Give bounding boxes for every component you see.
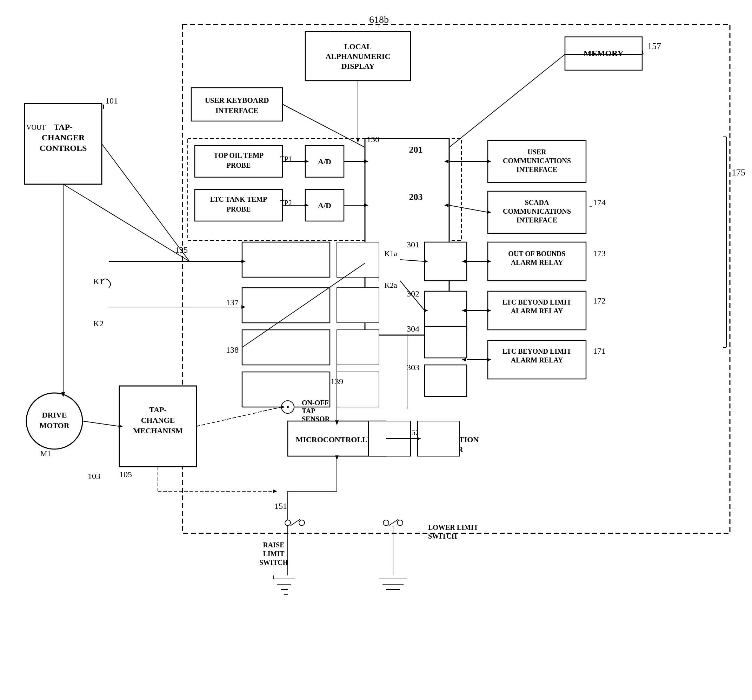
- tap-changer-label: TAP-: [54, 123, 73, 132]
- ref-150: 150: [367, 135, 379, 144]
- on-off-tap-label3: SENSOR: [302, 415, 330, 423]
- out-bounds-label: OUT OF BOUNDS: [508, 250, 565, 258]
- user-keyboard-label2: INTERFACE: [216, 106, 258, 115]
- svg-rect-45: [337, 330, 379, 365]
- k2-label: K2: [93, 319, 104, 328]
- ref-171: 171: [593, 346, 606, 355]
- svg-point-60: [285, 520, 291, 526]
- ltc-tank-probe-label2: PROBE: [227, 205, 251, 213]
- ltc-tank-probe-label: LTC TANK TEMP: [210, 196, 267, 203]
- tap-change-mech-label: TAP-: [149, 405, 167, 414]
- raise-limit-label: RAISE: [263, 541, 284, 549]
- user-comm-label3: INTERFACE: [517, 166, 557, 173]
- tap-changer-label3: CONTROLS: [40, 143, 87, 153]
- top-oil-probe-label: TOP OIL TEMP: [214, 152, 264, 159]
- ref-618b: 618b: [369, 14, 389, 25]
- ref-103: 103: [88, 472, 100, 481]
- local-display-label2: ALPHANUMERIC: [326, 52, 390, 61]
- user-comm-label: USER: [527, 148, 546, 156]
- svg-rect-44: [337, 288, 379, 323]
- tap-changer-label2: CHANGER: [42, 133, 85, 142]
- top-oil-probe-label2: PROBE: [227, 161, 251, 169]
- svg-rect-46: [337, 372, 379, 407]
- local-display-label: LOCAL: [344, 42, 371, 51]
- scada-comm-label3: INTERFACE: [517, 216, 557, 224]
- ltc-beyond1-label: LTC BEYOND LIMIT: [502, 298, 572, 306]
- svg-rect-43: [337, 242, 379, 277]
- ref-303: 303: [407, 363, 420, 372]
- drive-motor-label: DRIVE: [42, 411, 67, 419]
- ref-203: 203: [409, 192, 423, 202]
- ad1-label: A/D: [318, 157, 331, 166]
- svg-rect-35: [424, 242, 467, 281]
- k1a-label: K1a: [384, 249, 397, 258]
- svg-rect-38: [424, 365, 467, 396]
- ref-173: 173: [593, 249, 606, 258]
- ref-105: 105: [119, 470, 132, 479]
- ref-175: 175: [732, 168, 745, 177]
- vout-label: VOUT: [26, 124, 46, 131]
- microcontroller-label: MICROCONTROLLER: [296, 435, 379, 444]
- ltc-beyond2-label: LTC BEYOND LIMIT: [502, 348, 572, 355]
- ad2-label: A/D: [318, 201, 331, 210]
- ref-304: 304: [407, 324, 420, 333]
- svg-point-62: [299, 520, 305, 526]
- local-display-label3: DISPLAY: [342, 62, 375, 70]
- raise-limit-label2: LIMIT: [263, 550, 284, 557]
- svg-rect-41: [242, 330, 330, 365]
- diagram-container: 618b LOCAL ALPHANUMERIC DISPLAY USER KEY…: [0, 0, 752, 700]
- ref-174: 174: [593, 198, 606, 207]
- ltc-beyond1-label2: ALARM RELAY: [511, 307, 563, 315]
- k2a-label: K2a: [384, 281, 397, 289]
- svg-rect-37: [424, 326, 467, 358]
- ref-151: 151: [274, 501, 287, 511]
- ref-201: 201: [409, 144, 423, 155]
- raise-limit-label3: SWITCH: [259, 559, 289, 567]
- scada-comm-label: SCADA: [525, 199, 549, 206]
- ref-157: 157: [648, 41, 661, 51]
- ref-135: 135: [175, 245, 188, 255]
- memory-label: MEMORY: [584, 49, 623, 58]
- ref-138: 138: [226, 345, 239, 354]
- svg-rect-53: [418, 421, 460, 456]
- user-keyboard-label: USER KEYBOARD: [205, 96, 269, 104]
- out-bounds-label2: ALARM RELAY: [511, 259, 563, 266]
- svg-rect-39: [242, 242, 330, 277]
- scada-comm-label2: COMMUNICATIONS: [503, 207, 571, 215]
- tap-change-mech-label2: CHANGE: [141, 416, 175, 425]
- lower-limit-label: LOWER LIMIT: [428, 523, 478, 531]
- tap-change-mech-label3: MECHANISM: [133, 426, 183, 435]
- ltc-beyond2-label2: ALARM RELAY: [511, 356, 563, 364]
- ref-172: 172: [593, 296, 606, 305]
- ref-137: 137: [226, 298, 239, 307]
- on-off-tap-label2: TAP: [302, 407, 315, 415]
- k1-label: K1: [93, 277, 104, 286]
- ref-101: 101: [105, 96, 118, 105]
- svg-point-55: [287, 406, 289, 408]
- svg-rect-36: [424, 291, 467, 330]
- m1-label: M1: [40, 449, 51, 458]
- svg-point-65: [397, 520, 403, 526]
- drive-motor-label2: MOTOR: [39, 421, 70, 430]
- user-comm-label2: COMMUNICATIONS: [503, 157, 571, 165]
- svg-point-63: [383, 520, 389, 526]
- ref-301: 301: [407, 240, 420, 249]
- on-off-tap-label: ON-OFF: [302, 399, 329, 407]
- lower-limit-label2: SWITCH: [428, 532, 457, 540]
